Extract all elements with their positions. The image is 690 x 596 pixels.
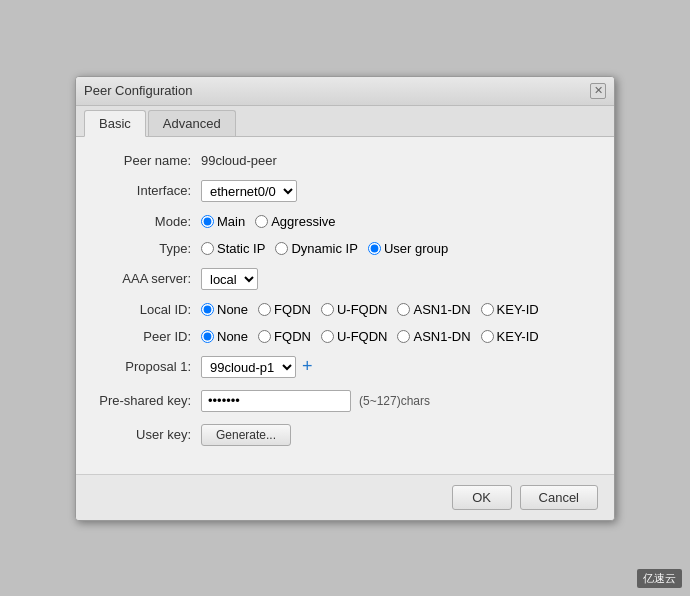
type-radio-group: Static IP Dynamic IP User group	[201, 241, 448, 256]
local-id-fqdn-label: FQDN	[274, 302, 311, 317]
peer-id-keyid-label: KEY-ID	[497, 329, 539, 344]
local-id-keyid-option[interactable]: KEY-ID	[481, 302, 539, 317]
local-id-label: Local ID:	[96, 302, 201, 317]
mode-radio-group: Main Aggressive	[201, 214, 336, 229]
tab-basic[interactable]: Basic	[84, 110, 146, 137]
peer-id-asn1dn-option[interactable]: ASN1-DN	[397, 329, 470, 344]
local-id-radio-group: None FQDN U-FQDN ASN1-DN KEY-ID	[201, 302, 539, 317]
window-title: Peer Configuration	[84, 83, 192, 98]
type-usergroup-option[interactable]: User group	[368, 241, 448, 256]
mode-main-radio[interactable]	[201, 215, 214, 228]
user-key-row: User key: Generate...	[96, 424, 594, 446]
peer-id-label: Peer ID:	[96, 329, 201, 344]
tab-advanced[interactable]: Advanced	[148, 110, 236, 136]
local-id-keyid-radio[interactable]	[481, 303, 494, 316]
peer-id-asn1dn-radio[interactable]	[397, 330, 410, 343]
local-id-ufqdn-label: U-FQDN	[337, 302, 388, 317]
mode-main-label: Main	[217, 214, 245, 229]
peer-name-value: 99cloud-peer	[201, 153, 277, 168]
watermark: 亿速云	[637, 569, 682, 588]
type-dynamic-option[interactable]: Dynamic IP	[275, 241, 357, 256]
peer-id-none-label: None	[217, 329, 248, 344]
peer-id-ufqdn-radio[interactable]	[321, 330, 334, 343]
pre-shared-key-input[interactable]	[201, 390, 351, 412]
aaa-server-select[interactable]: local	[201, 268, 258, 290]
close-button[interactable]: ✕	[590, 83, 606, 99]
type-usergroup-label: User group	[384, 241, 448, 256]
peer-id-ufqdn-label: U-FQDN	[337, 329, 388, 344]
peer-id-none-radio[interactable]	[201, 330, 214, 343]
add-proposal-button[interactable]: +	[302, 356, 313, 377]
interface-row: Interface: ethernet0/0	[96, 180, 594, 202]
local-id-fqdn-radio[interactable]	[258, 303, 271, 316]
proposal-select[interactable]: 99cloud-p1	[201, 356, 296, 378]
peer-id-fqdn-option[interactable]: FQDN	[258, 329, 311, 344]
local-id-ufqdn-option[interactable]: U-FQDN	[321, 302, 388, 317]
peer-id-ufqdn-option[interactable]: U-FQDN	[321, 329, 388, 344]
local-id-row: Local ID: None FQDN U-FQDN ASN1-DN	[96, 302, 594, 317]
proposal-row: Proposal 1: 99cloud-p1 +	[96, 356, 594, 378]
local-id-none-label: None	[217, 302, 248, 317]
tab-bar: Basic Advanced	[76, 106, 614, 137]
peer-id-none-option[interactable]: None	[201, 329, 248, 344]
user-key-label: User key:	[96, 427, 201, 442]
peer-id-keyid-option[interactable]: KEY-ID	[481, 329, 539, 344]
pre-shared-key-label: Pre-shared key:	[96, 393, 201, 408]
ok-button[interactable]: OK	[452, 485, 512, 510]
proposal-label: Proposal 1:	[96, 359, 201, 374]
peer-id-keyid-radio[interactable]	[481, 330, 494, 343]
local-id-none-radio[interactable]	[201, 303, 214, 316]
type-dynamic-label: Dynamic IP	[291, 241, 357, 256]
aaa-server-label: AAA server:	[96, 271, 201, 286]
generate-button[interactable]: Generate...	[201, 424, 291, 446]
cancel-button[interactable]: Cancel	[520, 485, 598, 510]
peer-config-window: Peer Configuration ✕ Basic Advanced Peer…	[75, 76, 615, 521]
peer-id-fqdn-radio[interactable]	[258, 330, 271, 343]
pre-shared-key-hint: (5~127)chars	[359, 394, 430, 408]
peer-id-row: Peer ID: None FQDN U-FQDN ASN1-DN	[96, 329, 594, 344]
mode-aggressive-option[interactable]: Aggressive	[255, 214, 335, 229]
aaa-server-row: AAA server: local	[96, 268, 594, 290]
peer-name-row: Peer name: 99cloud-peer	[96, 153, 594, 168]
mode-row: Mode: Main Aggressive	[96, 214, 594, 229]
title-bar: Peer Configuration ✕	[76, 77, 614, 106]
type-static-radio[interactable]	[201, 242, 214, 255]
mode-aggressive-label: Aggressive	[271, 214, 335, 229]
peer-name-label: Peer name:	[96, 153, 201, 168]
peer-id-radio-group: None FQDN U-FQDN ASN1-DN KEY-ID	[201, 329, 539, 344]
peer-id-fqdn-label: FQDN	[274, 329, 311, 344]
form-content: Peer name: 99cloud-peer Interface: ether…	[76, 137, 614, 474]
local-id-asn1dn-option[interactable]: ASN1-DN	[397, 302, 470, 317]
local-id-asn1dn-label: ASN1-DN	[413, 302, 470, 317]
mode-label: Mode:	[96, 214, 201, 229]
footer: OK Cancel	[76, 474, 614, 520]
local-id-asn1dn-radio[interactable]	[397, 303, 410, 316]
type-dynamic-radio[interactable]	[275, 242, 288, 255]
type-label: Type:	[96, 241, 201, 256]
type-static-label: Static IP	[217, 241, 265, 256]
mode-aggressive-radio[interactable]	[255, 215, 268, 228]
interface-label: Interface:	[96, 183, 201, 198]
type-usergroup-radio[interactable]	[368, 242, 381, 255]
interface-select[interactable]: ethernet0/0	[201, 180, 297, 202]
local-id-fqdn-option[interactable]: FQDN	[258, 302, 311, 317]
type-static-option[interactable]: Static IP	[201, 241, 265, 256]
local-id-ufqdn-radio[interactable]	[321, 303, 334, 316]
type-row: Type: Static IP Dynamic IP User group	[96, 241, 594, 256]
mode-main-option[interactable]: Main	[201, 214, 245, 229]
pre-shared-key-row: Pre-shared key: (5~127)chars	[96, 390, 594, 412]
peer-id-asn1dn-label: ASN1-DN	[413, 329, 470, 344]
local-id-keyid-label: KEY-ID	[497, 302, 539, 317]
local-id-none-option[interactable]: None	[201, 302, 248, 317]
